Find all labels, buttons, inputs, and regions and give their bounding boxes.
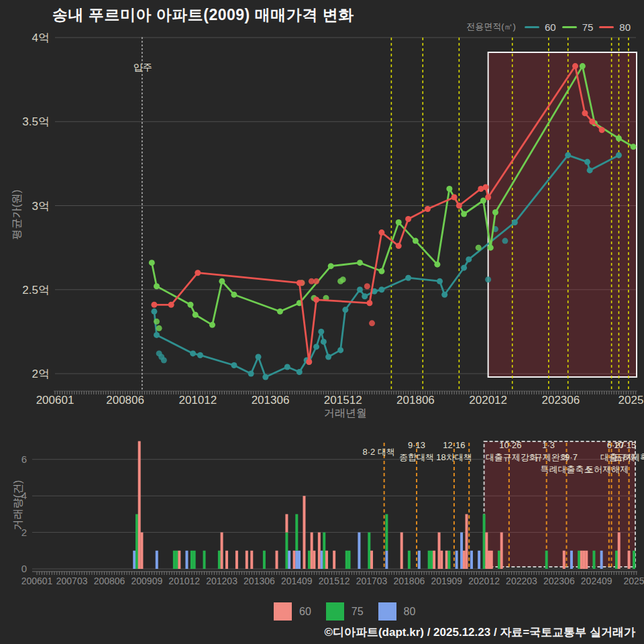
volume-bar[interactable] bbox=[285, 533, 288, 569]
volume-x-tick-label: 201306 bbox=[244, 576, 275, 586]
volume-bar[interactable] bbox=[323, 533, 325, 569]
volume-bar[interactable] bbox=[463, 551, 466, 569]
volume-bar[interactable] bbox=[570, 551, 573, 569]
scatter-point-75 bbox=[154, 319, 160, 325]
volume-bar[interactable] bbox=[385, 514, 388, 550]
volume-bar[interactable] bbox=[483, 514, 486, 569]
volume-bar[interactable] bbox=[218, 551, 221, 569]
volume-bar[interactable] bbox=[408, 551, 411, 569]
volume-bar[interactable] bbox=[345, 551, 348, 569]
x-tick-label: 202306 bbox=[541, 394, 580, 407]
volume-bar[interactable] bbox=[580, 551, 583, 569]
volume-x-tick-label: 200703 bbox=[56, 576, 88, 586]
bar-legend-item-80[interactable]: 80 bbox=[378, 602, 416, 621]
volume-bar[interactable] bbox=[430, 551, 433, 569]
volume-bar[interactable] bbox=[445, 551, 448, 569]
volume-bar[interactable] bbox=[308, 551, 311, 569]
volume-bar[interactable] bbox=[176, 551, 178, 569]
volume-bar[interactable] bbox=[191, 551, 193, 569]
volume-bar[interactable] bbox=[321, 551, 323, 569]
volume-bar[interactable] bbox=[428, 551, 431, 569]
volume-bar[interactable] bbox=[235, 551, 238, 569]
x-tick-label: 201306 bbox=[252, 394, 290, 407]
volume-bar[interactable] bbox=[470, 551, 473, 569]
charts-svg[interactable]: 2억2.5억3억3.5억4억입주200601200806201012201306… bbox=[0, 0, 644, 644]
volume-bar[interactable] bbox=[563, 551, 566, 569]
volume-bar[interactable] bbox=[490, 551, 493, 569]
volume-bar[interactable] bbox=[583, 551, 586, 569]
volume-bar[interactable] bbox=[311, 533, 313, 569]
volume-x-tick-label: 202203 bbox=[506, 576, 537, 586]
volume-bar[interactable] bbox=[545, 551, 548, 569]
volume-bar[interactable] bbox=[298, 551, 301, 569]
volume-bar[interactable] bbox=[276, 551, 278, 569]
volume-bar[interactable] bbox=[368, 533, 370, 569]
volume-x-tick-label: 201806 bbox=[394, 576, 425, 586]
volume-bar[interactable] bbox=[348, 551, 351, 569]
volume-bar[interactable] bbox=[385, 551, 388, 569]
volume-bar[interactable] bbox=[498, 551, 500, 569]
volume-bar[interactable] bbox=[295, 551, 298, 569]
policy-annotation: 1·3 bbox=[542, 440, 555, 450]
bar-legend-item-75[interactable]: 75 bbox=[326, 602, 364, 621]
volume-bar[interactable] bbox=[440, 551, 443, 569]
volume-bar[interactable] bbox=[615, 551, 618, 569]
policy-annotation: 8·2 대책 bbox=[362, 447, 394, 457]
volume-bar[interactable] bbox=[578, 551, 580, 569]
volume-bar[interactable] bbox=[136, 514, 138, 569]
volume-bar[interactable] bbox=[466, 514, 468, 569]
volume-bar[interactable] bbox=[460, 533, 463, 569]
volume-bar[interactable] bbox=[285, 514, 288, 532]
volume-bar[interactable] bbox=[433, 551, 435, 569]
volume-bar[interactable] bbox=[303, 496, 305, 569]
volume-bar[interactable] bbox=[203, 551, 206, 569]
volume-bar[interactable] bbox=[455, 551, 458, 569]
volume-bar[interactable] bbox=[333, 551, 335, 569]
volume-bar[interactable] bbox=[225, 551, 228, 569]
bar-legend-item-60[interactable]: 60 bbox=[274, 602, 311, 621]
policy-annotation: 9·13 bbox=[408, 440, 425, 450]
volume-x-tick-label: 201909 bbox=[431, 576, 462, 586]
volume-bar[interactable] bbox=[418, 551, 421, 569]
volume-bar[interactable] bbox=[600, 551, 603, 569]
volume-bar[interactable] bbox=[250, 551, 253, 569]
volume-bar[interactable] bbox=[318, 533, 321, 569]
volume-bar[interactable] bbox=[140, 533, 143, 569]
volume-bar[interactable] bbox=[193, 551, 196, 569]
volume-bar[interactable] bbox=[221, 533, 223, 569]
scatter-point-60 bbox=[502, 238, 508, 244]
volume-bar[interactable] bbox=[156, 551, 158, 569]
volume-bar[interactable] bbox=[138, 441, 141, 569]
volume-bar[interactable] bbox=[288, 551, 290, 569]
volume-bar[interactable] bbox=[447, 551, 450, 569]
scatter-point-60 bbox=[485, 276, 491, 282]
volume-bar[interactable] bbox=[478, 551, 480, 569]
volume-bar[interactable] bbox=[133, 551, 136, 569]
volume-bar[interactable] bbox=[325, 551, 328, 569]
volume-bar[interactable] bbox=[633, 551, 635, 569]
volume-bar[interactable] bbox=[178, 551, 180, 569]
volume-bar[interactable] bbox=[263, 551, 266, 569]
volume-bar[interactable] bbox=[370, 551, 373, 569]
scatter-point-75 bbox=[476, 245, 482, 251]
volume-bar[interactable] bbox=[358, 533, 360, 569]
volume-bar[interactable] bbox=[400, 533, 403, 569]
volume-bar[interactable] bbox=[628, 551, 631, 569]
volume-bar[interactable] bbox=[295, 514, 298, 550]
x-tick-label: 201012 bbox=[178, 394, 217, 407]
price-axis-title: 평균가(원) bbox=[11, 190, 22, 240]
volume-bar[interactable] bbox=[293, 551, 296, 569]
volume-bar[interactable] bbox=[500, 533, 503, 569]
volume-bar[interactable] bbox=[438, 533, 441, 569]
bar-legend-label-75: 75 bbox=[352, 606, 364, 618]
volume-bar[interactable] bbox=[585, 551, 588, 569]
volume-bar[interactable] bbox=[313, 551, 315, 569]
volume-bar[interactable] bbox=[488, 551, 490, 569]
volume-bar[interactable] bbox=[246, 551, 248, 569]
volume-bar[interactable] bbox=[485, 533, 488, 569]
scatter-point-80 bbox=[313, 278, 319, 284]
volume-bar[interactable] bbox=[618, 533, 621, 569]
volume-bar[interactable] bbox=[173, 551, 176, 569]
volume-bar[interactable] bbox=[592, 551, 595, 569]
volume-bar[interactable] bbox=[185, 551, 188, 569]
